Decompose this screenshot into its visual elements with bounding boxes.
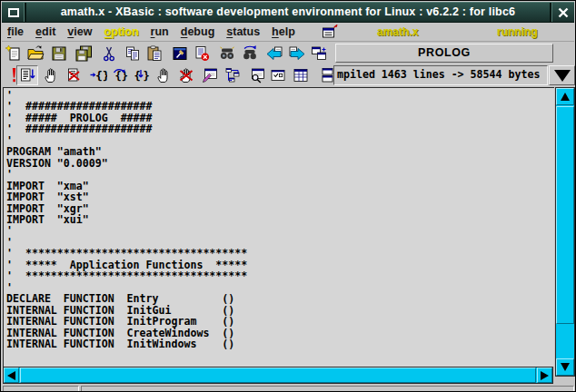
scroll-up-button[interactable] [556,88,574,105]
menubar: fileeditviewoptionrundebugstatushelp ama… [2,23,574,42]
menu-option[interactable]: option [104,25,138,38]
compile-status-field: mpiled 1463 lines -> 58544 bytes [333,65,548,85]
find-next-button[interactable] [239,44,261,64]
save-file-button[interactable] [48,44,70,64]
menu-help[interactable]: help [272,25,295,38]
svg-text:{}: {} [95,69,107,83]
navigate-forward-icon [288,44,306,63]
navigate-back-button[interactable] [263,44,285,64]
pause-button[interactable] [40,65,62,85]
cut-icon [100,44,118,63]
menubar-items: fileeditviewoptionrundebugstatushelp [7,23,295,41]
open-file-button[interactable] [25,44,46,64]
vertical-scrollbar[interactable] [555,87,575,377]
scroll-right-button[interactable] [537,368,552,383]
clear-page-button[interactable] [63,65,84,85]
cut-button[interactable] [98,44,120,64]
stop-button[interactable] [175,65,197,85]
window-title: amath.x - XBasic : software development … [26,3,550,22]
close-icon [557,6,570,19]
search-window-icon [248,66,266,84]
clear-page-icon [65,66,83,84]
scroll-left-button[interactable] [4,368,19,383]
menu-debug[interactable]: debug [181,25,215,38]
find-icon [218,44,236,63]
goto-line-icon [18,66,36,84]
checkbox-window-button[interactable] [267,65,289,85]
new-file-icon [5,44,23,63]
run-to-brace-button[interactable]: {} [87,65,109,85]
hand-icon [154,66,173,84]
build-icon [171,44,189,63]
grid-window-icon [292,66,310,84]
goto-line-button[interactable] [16,65,38,85]
save-all-icon [74,44,93,63]
scroll-left-icon [7,371,15,380]
svg-text:}: } [144,70,150,83]
application-window: amath.x - XBasic : software development … [0,0,576,392]
tearoff-window-button[interactable] [321,24,339,41]
window-menu-button[interactable] [2,3,26,22]
navigate-back-icon [265,44,283,63]
paste-icon [145,44,164,63]
save-file-icon [50,44,68,63]
edit-window-button[interactable] [199,65,221,85]
copy-button[interactable] [122,44,144,64]
step-into-icon: {} [132,66,150,84]
code-text: ' ' #################### ' ##### PROLOG … [4,88,554,349]
new-file-button[interactable] [3,44,25,64]
horizontal-scrollbar[interactable] [3,367,553,384]
cascade-windows-button[interactable] [308,44,330,64]
scroll-down-icon [561,363,570,371]
status-dropdown-button[interactable] [549,65,575,85]
code-editor[interactable]: ' ' #################### ' ##### PROLOG … [3,87,554,367]
checkbox-window-icon [269,66,287,84]
menu-edit[interactable]: edit [35,25,55,38]
hierarchy-icon [223,66,242,84]
statusbar-right-segment [81,386,574,392]
titlebar[interactable]: amath.x - XBasic : software development … [2,2,574,23]
svg-text:{}: {} [115,70,128,83]
tearoff-window-icon [321,24,339,42]
paste-button[interactable] [144,44,165,64]
prolog-mode-button[interactable]: PROLOG [335,44,553,63]
statusbar-left-segment [3,386,79,392]
step-over-button[interactable]: {} [108,65,130,85]
dropdown-arrow-icon [554,70,571,82]
run-state-label: running [497,25,538,38]
cascade-windows-icon [310,44,328,63]
build-button[interactable] [169,44,191,64]
delete-text-icon [193,44,211,63]
window-menu-icon [8,8,19,17]
scroll-down-button[interactable] [556,358,574,376]
hierarchy-button[interactable] [222,65,243,85]
menu-file[interactable]: file [7,25,24,38]
close-button[interactable] [550,3,574,22]
stop-hand-icon [177,66,195,84]
scroll-up-icon [561,93,570,101]
open-file-icon [26,44,45,63]
menu-view[interactable]: view [67,25,92,38]
delete-text-button[interactable] [191,44,213,64]
edit-window-icon [201,66,219,84]
search-window-button[interactable] [246,65,268,85]
step-into-button[interactable]: {} [130,65,152,85]
menu-status[interactable]: status [226,25,260,38]
grid-window-button[interactable] [290,65,312,85]
hand-icon [42,66,60,84]
vertical-scroll-thumb[interactable] [556,106,574,324]
run-to-brace-icon: {} [89,66,107,84]
save-all-button[interactable] [73,44,94,64]
find-button[interactable] [216,44,238,64]
session-name-label: amath.x [377,25,418,38]
horizontal-scroll-thumb[interactable] [20,368,536,383]
break-button[interactable] [153,65,174,85]
scroll-right-icon [541,371,549,380]
find-next-icon [241,44,259,63]
menu-run[interactable]: run [151,25,169,38]
copy-icon [124,44,142,63]
step-over-icon: {} [110,66,128,84]
navigate-forward-button[interactable] [286,44,308,64]
